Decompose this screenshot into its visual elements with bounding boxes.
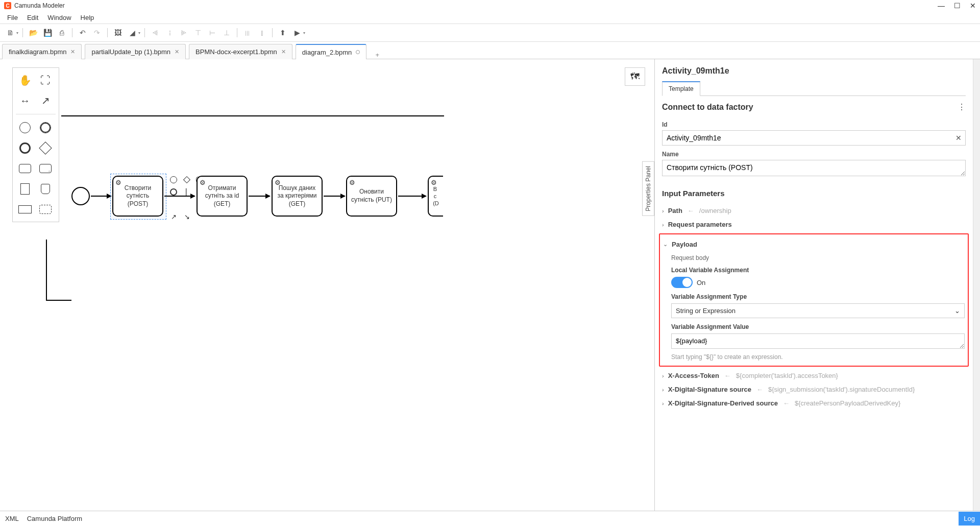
path-row[interactable]: › Path ← /ownership: [662, 204, 966, 218]
menu-window[interactable]: Window: [43, 13, 75, 22]
xaccess-row[interactable]: › X-Access-Token ← ${completer('taskId')…: [662, 369, 966, 382]
kebab-menu-icon[interactable]: ⋮: [958, 102, 966, 112]
save-icon[interactable]: 💾: [41, 27, 54, 39]
participant-icon[interactable]: [16, 200, 34, 219]
task-create-entity[interactable]: ⚙Створити сутність (POST): [112, 176, 163, 217]
status-xml[interactable]: XML: [5, 515, 19, 522]
clear-icon[interactable]: ✕: [955, 134, 962, 142]
tab-bpmndocx[interactable]: BPMN-docx-excerpt1.bpmn ✕: [189, 44, 292, 59]
tab-close-icon[interactable]: ✕: [70, 49, 75, 55]
open-file-icon[interactable]: 📂: [27, 27, 39, 39]
panel-scrollbar[interactable]: [973, 59, 980, 511]
task-cut[interactable]: ⚙В с (D: [428, 176, 443, 217]
align-center-v-icon[interactable]: ⊢: [206, 27, 218, 39]
task-icon[interactable]: [16, 159, 34, 178]
tab-label: BPMN-docx-excerpt1.bpmn: [195, 48, 277, 56]
id-label: Id: [662, 121, 966, 128]
space-tool-icon[interactable]: ↔: [16, 91, 34, 110]
toggle-state: On: [697, 279, 705, 286]
connect-tool-icon[interactable]: ↗: [36, 91, 55, 110]
chevron-right-icon: ›: [662, 222, 664, 228]
payload-row[interactable]: ⌄ Payload: [663, 237, 965, 251]
distribute-h-icon[interactable]: ⫼: [241, 27, 254, 39]
end-event-icon[interactable]: [16, 139, 34, 157]
align-right-icon[interactable]: ⫸: [178, 27, 190, 39]
task-update[interactable]: ⚙Оновити сутність (PUT): [346, 176, 397, 217]
sequence-flow[interactable]: [324, 196, 345, 197]
gear-icon: ⚙: [115, 179, 121, 187]
data-object-icon[interactable]: [16, 180, 34, 198]
name-input[interactable]: [662, 160, 966, 176]
task-search[interactable]: ⚙Пошук даних за критеріями (GET): [272, 176, 323, 217]
deploy-icon[interactable]: ⬆: [277, 27, 289, 39]
element-palette: ✋ ⛶ ↔ ↗ ▫: [12, 67, 59, 222]
xsigd-row[interactable]: › X-Digital-Signature-Derived source ← $…: [662, 396, 966, 410]
log-button[interactable]: Log: [959, 512, 980, 525]
toolbar: 🗎▾ 📂 💾 ⎙ ↶ ↷ 🖼 ◢▾ ⫷ ⫶ ⫸ ⊤ ⊢ ⊥ ⫼ ⫿ ⬆ ▶▾: [0, 23, 980, 42]
local-var-toggle[interactable]: [671, 277, 693, 288]
menu-help[interactable]: Help: [77, 13, 99, 22]
tab-add-button[interactable]: +: [370, 51, 385, 59]
start-event[interactable]: [71, 187, 90, 205]
start-event-icon[interactable]: [16, 118, 34, 137]
redo-icon[interactable]: ↷: [91, 27, 103, 39]
ctx-diamond-icon[interactable]: [182, 175, 192, 185]
tab-partialupdate[interactable]: partialUpdate_bp (1).bpmn ✕: [85, 44, 186, 59]
xsigd-hint: ${createPersonPayloadDerivedKey}: [795, 399, 900, 407]
tab-close-icon[interactable]: ✕: [281, 49, 286, 55]
app-logo-icon: C: [4, 2, 11, 9]
properties-panel-toggle[interactable]: Properties Panel: [642, 161, 654, 216]
undo-icon[interactable]: ↶: [77, 27, 89, 39]
distribute-v-icon[interactable]: ⫿: [256, 27, 268, 39]
sequence-flow[interactable]: [249, 196, 270, 197]
gateway-icon[interactable]: [36, 139, 55, 157]
panel-tab-template[interactable]: Template: [662, 81, 700, 96]
color-icon[interactable]: ◢: [126, 27, 138, 39]
lasso-tool-icon[interactable]: ⛶: [36, 71, 55, 89]
ctx-connect-icon[interactable]: ↗: [168, 211, 179, 222]
save-all-icon[interactable]: ⎙: [56, 27, 68, 39]
canvas[interactable]: ✋ ⛶ ↔ ↗ ▫ 🗺 Properties Panel ⚙Створити: [0, 59, 654, 511]
request-params-row[interactable]: › Request parameters: [662, 218, 966, 231]
gear-icon: ⚙: [275, 179, 281, 187]
input-params-title: Input Parameters: [662, 189, 966, 198]
intermediate-event-icon[interactable]: [36, 118, 55, 137]
minimap-toggle[interactable]: 🗺: [625, 67, 645, 86]
section-connect-title: Connect to data factory: [662, 103, 753, 112]
maximize-button[interactable]: ☐: [954, 2, 961, 10]
ctx-arrow-icon[interactable]: ↘: [182, 211, 192, 222]
group-icon[interactable]: [36, 200, 55, 219]
var-type-label: Variable Assignment Type: [671, 293, 965, 300]
id-input[interactable]: [662, 130, 966, 146]
align-bottom-icon[interactable]: ⊥: [220, 27, 233, 39]
subprocess-icon[interactable]: ▫: [36, 159, 55, 178]
var-type-select[interactable]: String or Expression ⌄: [671, 303, 965, 318]
image-icon[interactable]: 🖼: [112, 27, 124, 39]
hand-tool-icon[interactable]: ✋: [16, 71, 34, 89]
tab-close-icon[interactable]: ✕: [175, 49, 179, 55]
align-top-icon[interactable]: ⊤: [192, 27, 204, 39]
new-file-icon[interactable]: 🗎: [4, 27, 16, 39]
align-left-icon[interactable]: ⫷: [149, 27, 161, 39]
task-label: Оновити сутність (PUT): [349, 188, 394, 204]
align-center-h-icon[interactable]: ⫶: [163, 27, 176, 39]
menu-edit[interactable]: Edit: [23, 13, 42, 22]
tab-finalkdiagram[interactable]: finalkdiagram.bpmn ✕: [2, 44, 82, 59]
ctx-circle-icon[interactable]: [168, 175, 179, 185]
req-params-label: Request parameters: [668, 221, 732, 228]
local-var-label: Local Variable Assignment: [671, 267, 965, 274]
play-icon[interactable]: ▶: [291, 27, 303, 39]
sequence-flow[interactable]: [164, 196, 195, 197]
data-store-icon[interactable]: [36, 180, 55, 198]
menu-file[interactable]: File: [3, 13, 22, 22]
task-get-entity[interactable]: ⚙Отримати сутніть за id (GET): [197, 176, 248, 217]
sequence-flow[interactable]: [91, 196, 111, 197]
status-platform[interactable]: Camunda Platform: [27, 515, 82, 522]
var-value-input[interactable]: [671, 333, 965, 349]
path-hint: /ownership: [699, 207, 731, 214]
xsig-row[interactable]: › X-Digital-Signature source ← ${sign_su…: [662, 382, 966, 396]
tab-diagram2[interactable]: diagram_2.bpmn: [296, 44, 367, 59]
sequence-flow[interactable]: [398, 196, 426, 197]
minimize-button[interactable]: —: [938, 2, 945, 10]
close-button[interactable]: ✕: [970, 2, 976, 10]
